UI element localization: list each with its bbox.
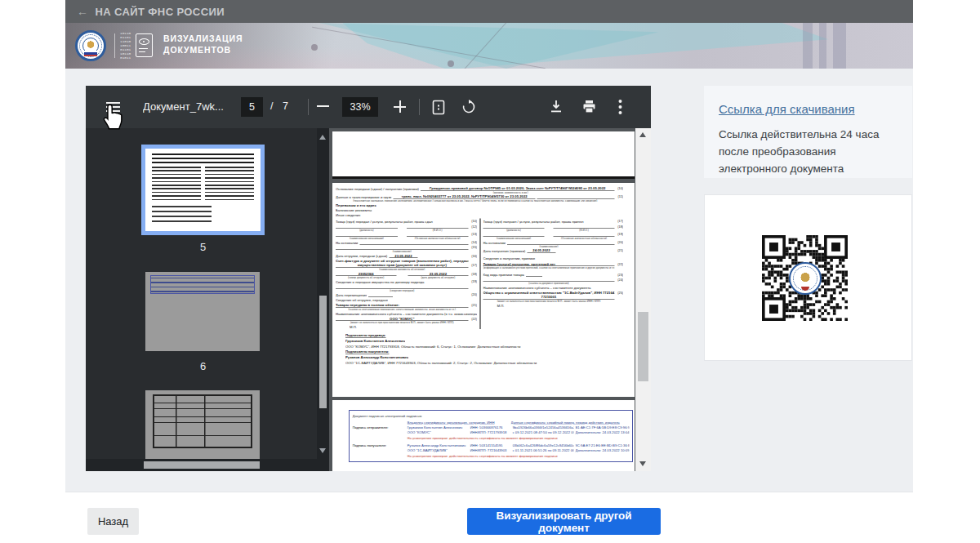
form-cell: (ссылки на неотъемлемые приложения, сопу…: [336, 308, 469, 311]
thumbnail-lines: [152, 154, 254, 164]
scroll-down-arrow[interactable]: [319, 448, 326, 453]
form-row: (сведения передачи): [336, 289, 477, 292]
form-cell: (17): [617, 220, 624, 224]
form-cell: (наименование): [336, 250, 469, 253]
zoom-in-button[interactable]: [394, 100, 406, 113]
scroll-up-arrow[interactable]: [319, 135, 326, 140]
scrollbar-thumb[interactable]: [319, 296, 327, 408]
thumbnail-page-5[interactable]: [145, 149, 261, 231]
thumbnail-table: [153, 394, 252, 448]
form-cell: Дата получения (приемки): [483, 249, 526, 253]
form-cell: (Ф.И.О.): [554, 229, 615, 232]
scrollbar-thumb[interactable]: [144, 461, 260, 469]
fit-to-page-icon[interactable]: [432, 100, 445, 118]
form-cell: ИНН: 503141554595: [470, 443, 511, 447]
qr-center-fns-emblem: [789, 262, 822, 295]
thumbnail-page-6[interactable]: [145, 272, 260, 351]
form-row: Сведения о получении, приемке: [483, 256, 624, 260]
form-cell: (транспортная накладная, поручение экспе…: [336, 199, 615, 203]
form-cell: ИНН/КПП: 7721643903: [470, 448, 511, 452]
form-row: (наименование организации)(Основные долж…: [483, 237, 624, 240]
zoom-level-input[interactable]: 33%: [342, 97, 378, 117]
form-cell: Дата отгрузки, передачи (сдачи): [336, 254, 387, 258]
rotate-icon[interactable]: [461, 100, 476, 118]
form-row: М.П.: [336, 325, 477, 329]
download-info-box: Ссылка для скачивания Ссылка действитель…: [704, 86, 912, 178]
toolbar-divider: [308, 99, 309, 115]
form-cell: Иные сведения: [336, 213, 360, 217]
form-row: (наименование документа об отгрузке): [336, 268, 477, 271]
sidenav-toggle-button[interactable]: [106, 102, 120, 114]
form-cell: (16): [470, 254, 478, 258]
form-cell: На усмотрение проверки: действительность…: [408, 435, 630, 439]
thumbnail-label-5: 5: [145, 241, 261, 253]
form-row: (ссылки на неотъемлемые приложения, сопу…: [336, 308, 477, 311]
content-wrapper: ← НА САЙТ ФНС РОССИИ 1011: [65, 0, 913, 492]
form-cell: (ссылка на документ приложения): [483, 282, 615, 285]
form-cell: Документ подписан электронной подписью: [353, 414, 422, 418]
form-cell: ООО "1С-ВАЙТУДАЛИВ": [408, 448, 469, 452]
form-cell: Подписанты покупателя:: [345, 349, 389, 354]
form-cell: Дополнительно: 24.03.2022 13:04:05 GMT: [576, 430, 630, 434]
form-cell: (21): [470, 304, 478, 308]
form-row: Подписанты покупателя:: [345, 349, 623, 354]
form-row: На основании(14): [336, 240, 477, 244]
app-title-line2: ДОКУМЕНТОВ: [163, 44, 243, 56]
form-cell: Товар (груз) передал / услуги, результат…: [336, 220, 469, 224]
form-cell: (24): [617, 278, 624, 282]
form-cell: 24.05.2022: [527, 248, 555, 253]
form-cell: (11): [617, 195, 624, 199]
document-vertical-scrollbar[interactable]: [635, 128, 651, 471]
form-cell: В1:АЕ:С1:7F:6А:5В:D9:Е8:С9:96:9С:А4:9В:А…: [576, 425, 630, 430]
form-cell: М.П.: [497, 303, 505, 307]
form-cell: (25): [617, 291, 624, 295]
viewer-body: 5 6: [86, 128, 651, 471]
header-divider: [114, 33, 115, 58]
form-cell: с 01.11.2021 06:51:26 по 09.11.2022 06:5…: [513, 448, 574, 452]
form-cell: (наименование организации): [483, 237, 545, 240]
form-row: Грузчиков Константин Алексеевич: [345, 339, 623, 343]
form-row: Подписанты продавца:: [345, 333, 623, 338]
form-cell: Подпись отправителя:: [353, 425, 406, 430]
form-row: (наименование): [483, 244, 624, 247]
zoom-out-button[interactable]: [317, 105, 329, 107]
form-cell: Перевозчик и его адрес: [336, 203, 376, 207]
form-cell: (номер документа об отгрузке): [336, 276, 396, 279]
back-link-label: НА САЙТ ФНС РОССИИ: [95, 6, 225, 18]
scrollbar-thumb[interactable]: [638, 312, 648, 381]
form-cell: Товар (груз) получил / услуги, результат…: [483, 220, 615, 224]
form-row: Код вида приемки товара(23): [483, 273, 624, 277]
form-cell: (дата документа об отгрузке): [408, 276, 468, 279]
form-row: Подпись получателя:Рузанов Александр Кон…: [353, 443, 630, 447]
form-row: Дата перемещения(20): [336, 293, 477, 297]
scroll-down-arrow[interactable]: [639, 461, 646, 466]
form-cell: ИНН/КПП: 7721793918: [470, 430, 511, 434]
form-cell: (15): [470, 246, 478, 250]
thumbnails-vertical-scrollbar[interactable]: [317, 128, 329, 471]
electronic-signature-block: Документ подписан электронной подписьюВл…: [349, 410, 633, 462]
form-cell: (может не заполняться при проставлении п…: [483, 300, 615, 303]
back-button[interactable]: Назад: [87, 508, 139, 535]
visualize-another-document-button[interactable]: Визуализировать другой документ: [467, 508, 661, 535]
thumbnails-horizontal-scrollbar[interactable]: [86, 459, 317, 471]
form-cell: (18): [470, 272, 478, 276]
download-icon[interactable]: [550, 100, 563, 117]
thumbnails-panel: 5 6: [86, 128, 329, 471]
scroll-up-arrow[interactable]: [639, 132, 646, 137]
form-cell: Сведения о получении, приемке: [483, 256, 536, 260]
form-row: (должность)(Ф.И.О.): [336, 229, 477, 232]
download-link[interactable]: Ссылка для скачивания: [719, 102, 855, 116]
upd-form: Основание передачи (сдачи) / получения (…: [332, 183, 625, 364]
form-cell: (Ф.И.О.): [407, 229, 469, 232]
form-cell: ООО "КОМУС", ИНН 7721793918, Область пол…: [345, 344, 521, 348]
print-icon[interactable]: [582, 100, 596, 117]
page-number-input[interactable]: 5: [241, 97, 263, 117]
back-to-fns-site-link[interactable]: ← НА САЙТ ФНС РОССИИ: [77, 5, 225, 18]
upd-form-right-column: Товар (груз) получил / услуги, результат…: [479, 218, 623, 329]
more-options-icon[interactable]: [618, 99, 622, 118]
form-cell: Наименование экономического субъекта – с…: [483, 286, 624, 290]
document-eye-icon: [136, 33, 153, 57]
form-row: Наименование экономического субъекта – с…: [483, 286, 624, 290]
page: ← НА САЙТ ФНС РОССИИ 1011: [0, 0, 980, 543]
form-cell: Рузанов Александр Константинович: [345, 355, 408, 359]
